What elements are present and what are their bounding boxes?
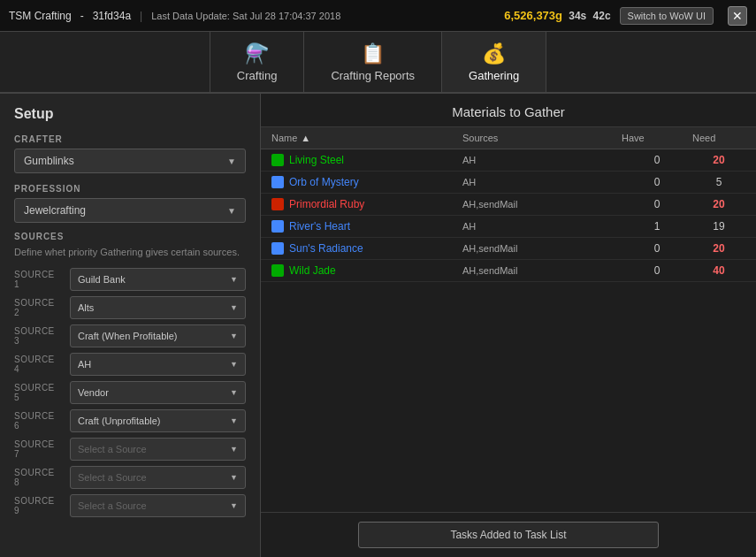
item-name-text[interactable]: Orb of Mystery — [289, 176, 359, 188]
crafter-label: CRAFTER — [14, 134, 246, 144]
source-value-7: Select a Source — [78, 444, 147, 454]
app-id: - — [80, 10, 84, 22]
profession-label: PROFESSION — [14, 184, 246, 194]
switch-to-wow-button[interactable]: Switch to WoW UI — [620, 7, 714, 25]
table-header: Name ▲ Sources Have Need — [261, 127, 756, 149]
source-row-5: SOURCE 5Vendor▼ — [14, 381, 246, 404]
item-have-col: 0 — [622, 176, 692, 188]
tab-gathering[interactable]: 💰 Gathering — [442, 32, 546, 92]
table-row: Orb of MysteryAH05 — [261, 172, 756, 194]
item-icon — [271, 264, 284, 277]
source-row-4: SOURCE 4AH▼ — [14, 353, 246, 376]
nav-tabs: ⚗️ Crafting 📋 Crafting Reports 💰 Gatheri… — [0, 32, 756, 94]
last-update: Last Data Update: Sat Jul 28 17:04:37 20… — [151, 11, 340, 21]
tab-gathering-label: Gathering — [469, 69, 519, 82]
source-value-8: Select a Source — [78, 472, 147, 483]
sidebar: Setup CRAFTER Gumblinks ▼ PROFESSION Jew… — [0, 94, 261, 557]
source-num-9: SOURCE 9 — [14, 496, 63, 515]
item-name-col: Orb of Mystery — [271, 176, 462, 188]
source-value-9: Select a Source — [78, 500, 147, 511]
source-dropdown-7[interactable]: Select a Source▼ — [70, 438, 246, 461]
item-name-text[interactable]: Sun's Radiance — [289, 242, 363, 255]
source-dropdown-2[interactable]: Alts▼ — [70, 296, 246, 319]
item-need-col: 20 — [692, 198, 745, 210]
table-row: Primordial RubyAH,sendMail020 — [261, 194, 756, 216]
app-title: TSM Crafting — [9, 10, 72, 22]
crafting-icon: ⚗️ — [245, 42, 269, 65]
source-num-8: SOURCE 8 — [14, 468, 63, 487]
item-icon — [271, 220, 284, 233]
crafter-dropdown[interactable]: Gumblinks ▼ — [14, 149, 246, 173]
item-icon — [271, 176, 284, 188]
tab-crafting-label: Crafting — [237, 69, 278, 82]
source-dropdown-3[interactable]: Craft (When Profitable)▼ — [70, 324, 246, 347]
source-row-1: SOURCE 1Guild Bank▼ — [14, 268, 246, 291]
gathering-icon: 💰 — [482, 42, 506, 65]
title-bar: TSM Crafting - 31fd34a | Last Data Updat… — [0, 0, 756, 32]
tab-crafting-reports-label: Crafting Reports — [331, 69, 415, 82]
source-dropdown-5[interactable]: Vendor▼ — [70, 381, 246, 404]
col-have-header: Have — [622, 133, 692, 143]
item-icon — [271, 242, 284, 255]
source-num-7: SOURCE 7 — [14, 439, 63, 459]
item-need-col: 40 — [692, 264, 745, 277]
profession-dropdown[interactable]: Jewelcrafting ▼ — [14, 198, 246, 223]
item-name-text[interactable]: Wild Jade — [289, 264, 336, 277]
content-area: Materials to Gather Name ▲ Sources Have … — [261, 94, 756, 557]
source-chevron-icon-4: ▼ — [230, 360, 238, 369]
profession-chevron-icon: ▼ — [227, 206, 236, 216]
source-row-9: SOURCE 9Select a Source▼ — [14, 494, 246, 517]
item-name-text[interactable]: Living Steel — [289, 154, 344, 166]
item-name-col: Living Steel — [271, 154, 462, 166]
sidebar-title: Setup — [14, 106, 246, 122]
source-row-6: SOURCE 6Craft (Unprofitable)▼ — [14, 409, 246, 432]
item-have-col: 0 — [622, 154, 692, 166]
source-num-1: SOURCE 1 — [14, 270, 63, 289]
crafter-chevron-icon: ▼ — [227, 156, 236, 166]
source-value-5: Vendor — [78, 387, 109, 398]
col-name-header: Name ▲ — [271, 133, 462, 143]
source-chevron-icon-5: ▼ — [230, 388, 238, 397]
source-dropdown-4[interactable]: AH▼ — [70, 353, 246, 376]
source-num-2: SOURCE 2 — [14, 298, 63, 317]
separator: | — [140, 10, 142, 22]
source-dropdown-8[interactable]: Select a Source▼ — [70, 466, 246, 489]
tab-crafting-reports[interactable]: 📋 Crafting Reports — [304, 32, 442, 92]
source-dropdown-1[interactable]: Guild Bank▼ — [70, 268, 246, 291]
item-need-col: 5 — [692, 176, 745, 188]
tab-crafting[interactable]: ⚗️ Crafting — [210, 32, 305, 92]
item-name-text[interactable]: Primordial Ruby — [289, 198, 364, 210]
source-value-3: Craft (When Profitable) — [78, 331, 177, 341]
table-row: Wild JadeAH,sendMail040 — [261, 260, 756, 282]
item-sources-col: AH — [462, 155, 622, 165]
crafting-reports-icon: 📋 — [361, 42, 385, 65]
item-need-col: 19 — [692, 220, 745, 233]
source-row-2: SOURCE 2Alts▼ — [14, 296, 246, 319]
app-id-value: 31fd34a — [93, 10, 131, 22]
table-row: Living SteelAH020 — [261, 149, 756, 172]
item-name-col: Primordial Ruby — [271, 198, 462, 210]
item-have-col: 1 — [622, 220, 692, 233]
close-button[interactable]: ✕ — [728, 6, 747, 26]
col-sources-header: Sources — [462, 133, 622, 143]
source-value-2: Alts — [78, 302, 94, 313]
item-have-col: 0 — [622, 242, 692, 255]
item-sources-col: AH,sendMail — [462, 243, 622, 254]
source-dropdown-6[interactable]: Craft (Unprofitable)▼ — [70, 409, 246, 432]
source-chevron-icon-3: ▼ — [230, 332, 238, 340]
source-chevron-icon-2: ▼ — [230, 303, 238, 312]
item-name-text[interactable]: River's Heart — [289, 220, 350, 233]
item-icon — [271, 154, 284, 166]
item-icon — [271, 198, 284, 210]
tasks-added-button[interactable]: Tasks Added to Task List — [358, 522, 659, 548]
content-header: Materials to Gather — [261, 94, 756, 127]
item-sources-col: AH — [462, 221, 622, 232]
crafter-value: Gumblinks — [24, 155, 74, 167]
item-name-col: River's Heart — [271, 220, 462, 233]
sort-arrow-icon: ▲ — [301, 133, 310, 143]
source-row-3: SOURCE 3Craft (When Profitable)▼ — [14, 324, 246, 347]
source-num-3: SOURCE 3 — [14, 326, 63, 346]
sources-description: Define whet priority Gathering gives cer… — [14, 246, 246, 259]
source-row-7: SOURCE 7Select a Source▼ — [14, 438, 246, 461]
source-dropdown-9[interactable]: Select a Source▼ — [70, 494, 246, 517]
